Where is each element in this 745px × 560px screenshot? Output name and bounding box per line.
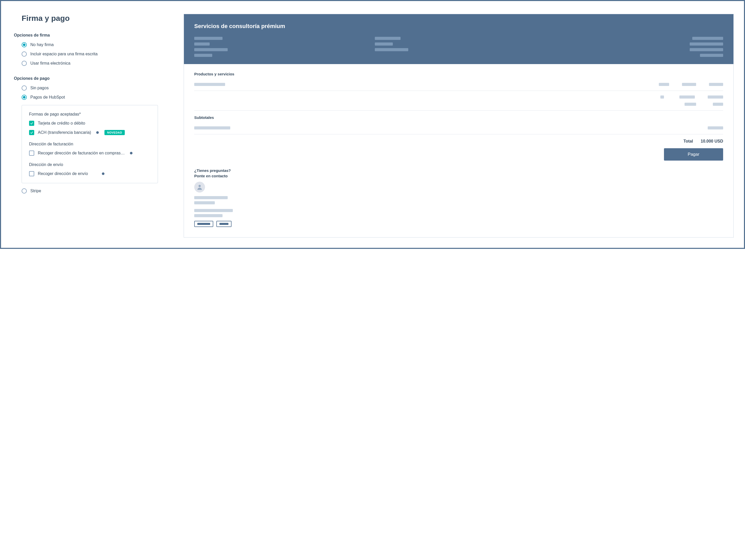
table-row — [194, 93, 723, 101]
checkbox-credit-debit[interactable]: Tarjeta de crédito o débito — [29, 121, 151, 126]
radio-icon — [22, 86, 27, 91]
radio-stripe[interactable]: Stripe — [22, 188, 158, 193]
radio-label: No hay firma — [30, 42, 54, 47]
radio-no-payment[interactable]: Sin pagos — [22, 86, 158, 91]
radio-label: Usar firma electrónica — [30, 61, 70, 66]
settings-form: Firma y pago Opciones de firma No hay fi… — [22, 14, 158, 238]
total-label: Total — [683, 139, 693, 144]
checkbox-shipping-address[interactable]: Recoger dirección de envío — [29, 171, 151, 176]
subtotals-heading: Subtotales — [194, 115, 723, 120]
billing-address-block: Dirección de facturación Recoger direcci… — [29, 142, 151, 156]
total-row: Total 10.000 USD — [194, 139, 723, 144]
shipping-heading: Dirección de envío — [29, 162, 151, 167]
billing-heading: Dirección de facturación — [29, 142, 151, 147]
new-badge: NOVEDAD — [104, 130, 125, 135]
products-heading: Productos y servicios — [194, 72, 723, 76]
contact-action-buttons — [194, 221, 723, 227]
svg-point-0 — [199, 185, 201, 187]
radio-no-signature[interactable]: No hay firma — [22, 42, 158, 48]
table-row — [194, 101, 723, 108]
checkbox-billing-address[interactable]: Recoger dirección de facturación en comp… — [29, 151, 151, 156]
radio-icon — [22, 188, 27, 193]
preview-title: Servicios de consultoría prémium — [194, 23, 723, 30]
checkbox-label: ACH (transferencia bancaria) — [38, 130, 91, 135]
radio-hubspot-payments[interactable]: Pagos de HubSpot — [22, 95, 158, 100]
radio-icon — [22, 42, 27, 48]
person-icon — [196, 184, 203, 190]
contact-action-button[interactable] — [194, 221, 213, 227]
checkbox-icon — [29, 171, 34, 176]
total-value: 10.000 USD — [701, 139, 723, 144]
radio-written-signature[interactable]: Incluir espacio para una firma escrita — [22, 52, 158, 57]
preview-header-placeholders — [194, 37, 723, 57]
signature-heading: Opciones de firma — [14, 33, 158, 38]
checkbox-label: Recoger dirección de facturación en comp… — [38, 151, 125, 155]
shipping-address-block: Dirección de envío Recoger dirección de … — [29, 162, 151, 176]
checkbox-icon — [29, 151, 34, 156]
hubspot-payments-panel: Formas de pago aceptadas* Tarjeta de cré… — [22, 105, 158, 183]
radio-icon — [22, 95, 27, 100]
quote-preview-column: Servicios de consultoría prémium — [184, 14, 734, 238]
radio-label: Sin pagos — [30, 86, 48, 90]
questions-heading: ¿Tienes preguntas? — [194, 168, 723, 173]
subtotal-row — [194, 124, 723, 131]
info-dot-icon[interactable] — [102, 173, 104, 175]
preview-header: Servicios de consultoría prémium — [184, 14, 734, 64]
radio-label: Incluir espacio para una firma escrita — [30, 52, 97, 56]
radio-icon — [22, 52, 27, 57]
accepted-forms-block: Formas de pago aceptadas* Tarjeta de cré… — [29, 112, 151, 135]
settings-frame: Firma y pago Opciones de firma No hay fi… — [0, 0, 745, 249]
info-dot-icon[interactable] — [130, 152, 132, 154]
contact-heading: Ponte en contacto — [194, 174, 723, 178]
payment-heading: Opciones de pago — [14, 76, 158, 81]
table-header-row — [194, 81, 723, 88]
preview-body: Productos y servicios — [184, 64, 734, 237]
accepted-forms-heading: Formas de pago aceptadas* — [29, 112, 151, 117]
checkbox-icon — [29, 130, 34, 135]
pay-button[interactable]: Pagar — [664, 148, 723, 161]
radio-esignature[interactable]: Usar firma electrónica — [22, 61, 158, 66]
checkbox-icon — [29, 121, 34, 126]
quote-preview: Servicios de consultoría prémium — [184, 14, 734, 238]
page-title: Firma y pago — [22, 14, 158, 23]
payment-options: Sin pagos Pagos de HubSpot Formas de pag… — [22, 86, 158, 193]
info-dot-icon[interactable] — [96, 131, 99, 134]
checkbox-label: Recoger dirección de envío — [38, 172, 88, 176]
checkbox-label: Tarjeta de crédito o débito — [38, 121, 85, 126]
radio-label: Stripe — [30, 189, 41, 193]
contact-action-button[interactable] — [216, 221, 231, 227]
radio-icon — [22, 61, 27, 66]
checkbox-ach[interactable]: ACH (transferencia bancaria) NOVEDAD — [29, 130, 151, 135]
radio-label: Pagos de HubSpot — [30, 95, 65, 100]
signature-options: No hay firma Incluir espacio para una fi… — [22, 42, 158, 66]
avatar — [194, 182, 205, 192]
contact-placeholder-lines — [194, 196, 723, 217]
